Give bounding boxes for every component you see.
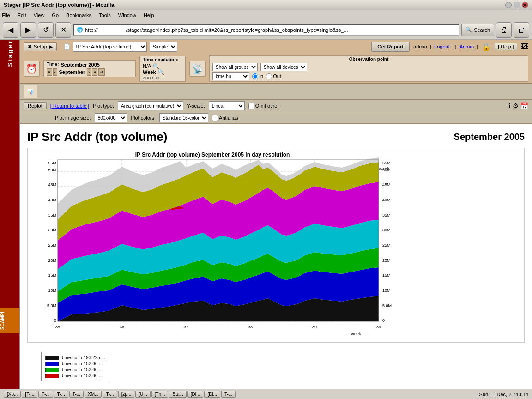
print-button[interactable]: 🖨 xyxy=(496,22,512,38)
help-button[interactable]: [ Help ] xyxy=(495,43,517,50)
menu-file[interactable]: File xyxy=(2,12,10,18)
taskbar-item-7[interactable]: T-... xyxy=(103,391,117,398)
omit-other-checkbox[interactable] xyxy=(248,103,254,109)
out-radio-label[interactable]: Out xyxy=(266,73,281,79)
taskbar-item-2[interactable]: [T-... xyxy=(22,391,37,398)
colors-label: Plot colors: xyxy=(131,115,156,121)
legend-label-3: bme.hu in 152.66.... xyxy=(62,367,103,372)
menu-bar: File Edit View Go Bookmarks Tools Window… xyxy=(0,10,532,20)
yscale-select[interactable]: Linear Logarithmic xyxy=(209,101,245,110)
menu-help[interactable]: Help xyxy=(144,12,154,18)
device-icon: 📡 xyxy=(189,61,206,77)
zoom-out-icon: 🔍 xyxy=(153,63,159,69)
taskbar-item-13[interactable]: [Di... xyxy=(204,391,220,398)
legend-color-2 xyxy=(45,362,59,366)
taskbar-item-6[interactable]: XM... xyxy=(85,391,102,398)
taskbar-item-8[interactable]: [zp... xyxy=(118,391,135,398)
admin-bracket2: ] [ xyxy=(453,44,457,49)
obs-point-select[interactable]: bme.hu xyxy=(212,72,249,80)
taskbar-item-9[interactable]: [U... xyxy=(135,391,150,398)
admin-section: admin [ Logout ] [ Admin ] xyxy=(413,44,478,49)
simple-select[interactable]: Simple xyxy=(150,42,177,52)
get-report-button[interactable]: Get Report xyxy=(371,42,410,52)
svg-text:5.0M: 5.0M xyxy=(382,303,392,308)
in-radio-label[interactable]: In xyxy=(252,73,263,79)
svg-text:Week: Week xyxy=(379,167,389,171)
nav-prev[interactable]: ‹ xyxy=(53,68,57,76)
admin-link[interactable]: Admin xyxy=(459,44,474,49)
menu-go[interactable]: Go xyxy=(52,12,59,18)
forward-button[interactable]: ▶ xyxy=(20,22,36,38)
taskbar-item-5[interactable]: T-... xyxy=(69,391,84,398)
legend-label-2: bme.hu in 152.66.... xyxy=(62,361,103,366)
chart-svg-container: IP Src Addr (top volume) September 2005 … xyxy=(27,148,525,343)
replot-button[interactable]: Replot xyxy=(24,102,47,109)
lock-icon: 🔒 xyxy=(482,42,491,51)
plot-controls-row2: Plot image size: 800x400 640x320 1024x51… xyxy=(20,112,532,124)
zoom-in-label[interactable]: Zoom in... xyxy=(143,75,182,80)
svg-text:37: 37 xyxy=(184,325,188,329)
status-time: Sun 11 Dec, 21:43:14 xyxy=(479,392,528,397)
antialias-checkbox[interactable] xyxy=(212,115,218,121)
groups-select[interactable]: Show all groups xyxy=(212,63,258,71)
nav-next[interactable]: › xyxy=(87,68,91,76)
chart-title-row: IP Src Addr (top volume) September 2005 xyxy=(27,130,525,144)
svg-text:30M: 30M xyxy=(382,228,391,232)
omit-other-label[interactable]: Omit other xyxy=(248,103,279,109)
scampi-label: SCAMPI xyxy=(0,308,19,333)
nav-end[interactable]: ⇥ xyxy=(98,68,105,76)
svg-text:15M: 15M xyxy=(382,273,391,278)
setup-icon: ✖ xyxy=(28,44,32,50)
app-toolbar-row1: ✖ Setup ▶ | 📄 IP Src Addr (top volume) S… xyxy=(20,40,532,54)
nav-prev-prev[interactable]: « xyxy=(47,68,52,76)
refresh-button[interactable]: ↺ xyxy=(38,22,54,38)
obs-label: Observation point xyxy=(212,57,525,62)
logout-link[interactable]: Logout xyxy=(434,44,450,49)
setup-button[interactable]: ✖ Setup ▶ xyxy=(24,42,57,51)
taskbar-item-10[interactable]: [Th... xyxy=(151,391,169,398)
svg-text:36: 36 xyxy=(120,325,124,329)
menu-window[interactable]: Window xyxy=(118,12,136,18)
svg-text:40M: 40M xyxy=(382,198,391,202)
chart-svg: IP Src Addr (top volume) September 2005 … xyxy=(28,148,397,342)
maximize-btn[interactable] xyxy=(514,2,520,8)
in-radio[interactable] xyxy=(252,73,258,79)
zoom-in-icon[interactable]: 🔍 xyxy=(158,69,164,75)
time-value: September 2005 xyxy=(61,62,100,67)
bookmark-button[interactable]: 🗑 xyxy=(514,22,529,38)
svg-text:20M: 20M xyxy=(382,258,391,263)
svg-text:38: 38 xyxy=(248,325,253,329)
out-radio[interactable] xyxy=(266,73,272,79)
menu-tools[interactable]: Tools xyxy=(99,12,111,18)
svg-text:45M: 45M xyxy=(382,182,391,187)
taskbar-item-14[interactable]: T-... xyxy=(221,391,236,398)
taskbar-item-11[interactable]: Sta... xyxy=(169,391,186,398)
devices-select[interactable]: Show all devices xyxy=(260,63,307,71)
address-bar[interactable]: 🌐 xyxy=(73,24,459,36)
antialias-label[interactable]: Antialias xyxy=(212,115,238,121)
plot-type-select[interactable]: Area graph (cummulative) Line graph Bar … xyxy=(118,101,183,110)
menu-bookmarks[interactable]: Bookmarks xyxy=(66,12,91,18)
taskbar-item-12[interactable]: [Di... xyxy=(187,391,204,398)
chart-icon[interactable]: 📊 xyxy=(24,85,37,98)
colors-select[interactable]: Standard 16-color 8-color Grayscale xyxy=(159,113,208,122)
admin-bracket1: [ xyxy=(430,44,431,49)
taskbar-item-4[interactable]: T-... xyxy=(54,391,68,398)
stop-button[interactable]: ✕ xyxy=(55,22,71,38)
menu-view[interactable]: View xyxy=(34,12,45,18)
nav-next-next[interactable]: » xyxy=(92,68,97,76)
back-button[interactable]: ◀ xyxy=(3,22,18,38)
search-button[interactable]: 🔍 Search xyxy=(461,24,494,36)
report-selector[interactable]: IP Src Addr (top volume) xyxy=(73,42,147,52)
minimize-btn[interactable] xyxy=(505,2,512,8)
calendar-icon: 📅 xyxy=(520,102,528,109)
taskbar-item-3[interactable]: T-... xyxy=(38,391,53,398)
info-icon2: ℹ xyxy=(508,102,511,109)
image-size-select[interactable]: 800x400 640x320 1024x512 xyxy=(95,113,127,122)
url-input[interactable] xyxy=(85,27,456,33)
close-btn[interactable]: ✕ xyxy=(522,2,528,8)
taskbar-item-1[interactable]: [Xp... xyxy=(4,391,21,398)
menu-edit[interactable]: Edit xyxy=(18,12,26,18)
settings-icon[interactable]: ⚙ xyxy=(513,102,519,109)
return-to-table-button[interactable]: [ Return to table ] xyxy=(50,103,89,109)
